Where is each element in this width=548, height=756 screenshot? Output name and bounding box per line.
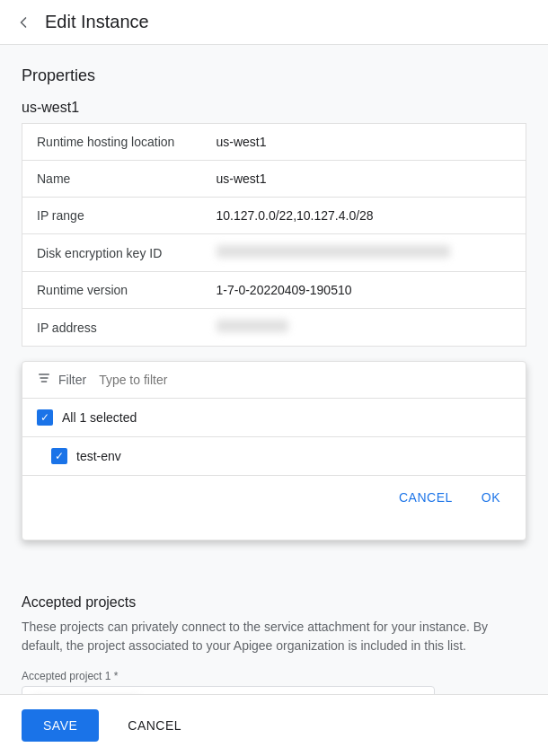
item-checkbox[interactable]: ✓	[51, 448, 67, 464]
item-label: test-env	[76, 449, 121, 463]
checkmark-icon: ✓	[40, 412, 49, 423]
popup-cancel-button[interactable]: CANCEL	[388, 483, 464, 512]
environment-item[interactable]: ✓ test-env	[22, 437, 526, 475]
prop-label: Disk encryption key ID	[22, 234, 202, 272]
environments-dropdown: Filter ✓ All 1 selected ✓ test-env CANCE…	[22, 361, 526, 541]
filter-icon	[37, 371, 51, 389]
prop-label: Runtime hosting location	[22, 124, 202, 161]
prop-label: Name	[22, 161, 202, 198]
prop-value-blurred-sm	[202, 309, 526, 347]
prop-value: 10.127.0.0/22,10.127.4.0/28	[202, 198, 526, 234]
prop-label: IP address	[22, 309, 202, 347]
table-row: IP range 10.127.0.0/22,10.127.4.0/28	[22, 198, 526, 234]
filter-label: Filter	[58, 373, 86, 387]
prop-value: us-west1	[202, 124, 526, 161]
field-label: Accepted project 1 *	[22, 670, 526, 682]
properties-section-title: Properties	[22, 66, 526, 85]
prop-value: 1-7-0-20220409-190510	[202, 272, 526, 309]
select-all-label: All 1 selected	[62, 410, 137, 425]
save-button[interactable]: SAVE	[22, 709, 99, 742]
select-all-row[interactable]: ✓ All 1 selected	[22, 399, 526, 437]
cancel-button[interactable]: CANCEL	[113, 709, 196, 742]
prop-label: IP range	[22, 198, 202, 234]
table-row: Name us-west1	[22, 161, 526, 198]
accepted-projects-title: Accepted projects	[22, 594, 526, 611]
properties-table: Runtime hosting location us-west1 Name u…	[22, 123, 526, 347]
footer: SAVE CANCEL	[0, 694, 548, 756]
header: Edit Instance	[0, 0, 548, 45]
page-title: Edit Instance	[45, 12, 149, 32]
table-row: Disk encryption key ID	[22, 234, 526, 272]
filter-row: Filter	[22, 362, 526, 399]
back-button[interactable]	[14, 13, 32, 31]
table-row: Runtime hosting location us-west1	[22, 124, 526, 161]
main-content: Properties us-west1 Runtime hosting loca…	[0, 45, 548, 756]
table-row: IP address	[22, 309, 526, 347]
prop-value: us-west1	[202, 161, 526, 198]
prop-value-blurred	[202, 234, 526, 272]
select-all-checkbox[interactable]: ✓	[37, 409, 53, 426]
popup-ok-button[interactable]: OK	[471, 483, 511, 512]
region-title: us-west1	[22, 100, 526, 116]
popup-actions: CANCEL OK	[22, 475, 526, 519]
accepted-projects-description: These projects can privately connect to …	[22, 618, 526, 655]
filter-input[interactable]	[99, 373, 511, 387]
prop-label: Runtime version	[22, 272, 202, 309]
checkmark-icon: ✓	[55, 451, 64, 462]
environments-container: Environments (Optional) test-env Filter	[22, 361, 526, 404]
table-row: Runtime version 1-7-0-20220409-190510	[22, 272, 526, 309]
